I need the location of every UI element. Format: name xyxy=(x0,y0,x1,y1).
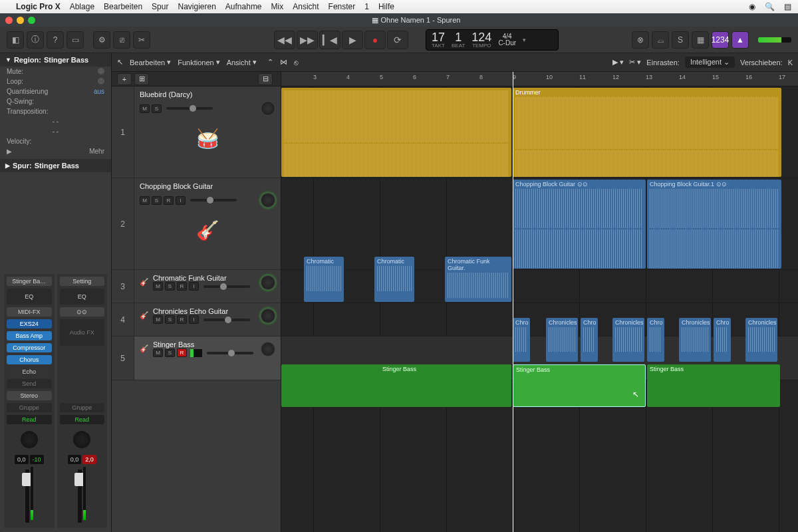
menu-aufnahme[interactable]: Aufnahme xyxy=(225,2,262,11)
volume-slider[interactable] xyxy=(207,352,253,354)
library-button[interactable]: ◧ xyxy=(7,31,24,49)
region-qswing-row[interactable]: Q-Swing: xyxy=(0,96,111,106)
region-mute-row[interactable]: Mute: xyxy=(0,66,111,76)
volume-slider[interactable] xyxy=(203,285,250,288)
pan-knob[interactable] xyxy=(261,309,275,323)
input-monitor-button[interactable]: I xyxy=(189,282,199,291)
strip-link[interactable]: ⊙⊙ xyxy=(60,307,105,317)
solo-button[interactable]: S xyxy=(152,196,162,205)
marquee-tool[interactable]: ✂ ▾ xyxy=(629,58,641,66)
region-chopping-1[interactable]: Chopping Block Guitar ⊙⊙ xyxy=(513,180,646,269)
track-inspector-header[interactable]: ▶Spur: Stinger Bass xyxy=(0,159,111,172)
editors-button[interactable]: ✂ xyxy=(133,31,150,49)
solo-button[interactable]: S xyxy=(152,104,162,113)
strip-automation-b[interactable]: Read xyxy=(60,415,105,424)
tuner-button[interactable]: ⌓ xyxy=(652,31,669,49)
region-chronicles-6[interactable]: Chronicles xyxy=(679,318,711,362)
strip-send[interactable]: Send xyxy=(7,379,52,388)
region-chronicles-3[interactable]: Chro xyxy=(581,318,598,362)
solo-button[interactable]: S xyxy=(165,348,175,357)
region-stinger-2[interactable]: Stinger Bass xyxy=(513,364,646,407)
region-more-row[interactable]: ▶Mehr xyxy=(0,146,111,156)
region-chronicles-8[interactable]: Chronicles xyxy=(745,318,777,362)
solo-button[interactable]: S xyxy=(672,31,689,49)
playhead[interactable] xyxy=(513,72,513,532)
menu-1[interactable]: 1 xyxy=(364,2,369,11)
region-stinger-3[interactable]: Stinger Bass xyxy=(647,364,780,407)
strip-pan-value[interactable]: 0,0 xyxy=(15,455,29,464)
lcd-key[interactable]: C-Dur xyxy=(498,40,516,47)
region-drummer-2[interactable]: Drummer xyxy=(513,88,781,177)
smart-controls-button[interactable]: ⚙ xyxy=(93,31,110,49)
strip-audiofx[interactable]: Audio FX xyxy=(60,319,105,346)
strip-fader-b[interactable] xyxy=(78,469,82,523)
track-name[interactable]: Chopping Block Guitar xyxy=(140,182,275,190)
track-header-3[interactable]: 3 🎸 Chromatic Funk Guitar M S R I xyxy=(112,270,281,303)
region-chromatic-3[interactable]: Chromatic Funk Guitar. xyxy=(445,257,511,302)
strip-fx-2[interactable]: Compressor xyxy=(7,343,52,352)
record-enable-button[interactable]: R xyxy=(177,315,187,324)
lcd-signature[interactable]: 4/4 xyxy=(503,33,512,40)
track-name[interactable]: Stinger Bass xyxy=(153,340,253,348)
track-header-2[interactable]: 2 Chopping Block Guitar M S R I 🎸 xyxy=(112,178,281,270)
zoom-button[interactable] xyxy=(28,17,35,24)
menu-navigieren[interactable]: Navigieren xyxy=(178,2,215,11)
app-menu[interactable]: Logic Pro X xyxy=(16,2,61,11)
minimize-button[interactable] xyxy=(17,17,24,24)
forward-button[interactable]: ▶▶ xyxy=(297,31,318,49)
input-monitor-button[interactable]: I xyxy=(176,196,186,205)
mute-button[interactable]: M xyxy=(153,282,163,291)
menu-hilfe[interactable]: Hilfe xyxy=(378,2,394,11)
pan-knob[interactable] xyxy=(261,101,275,116)
strip-group[interactable]: Gruppe xyxy=(7,403,52,412)
region-chronicles-2[interactable]: Chronicles xyxy=(546,318,578,362)
volume-slider[interactable] xyxy=(190,199,237,201)
tracks-view-menu[interactable]: Ansicht ▾ xyxy=(227,58,257,66)
strip-automation[interactable]: Read xyxy=(7,415,52,424)
strip-group-b[interactable]: Gruppe xyxy=(60,403,105,412)
strip-db-value-b[interactable]: 2,0 xyxy=(82,455,96,464)
region-velocity-row[interactable]: Velocity: xyxy=(0,136,111,146)
record-enable-button[interactable]: R xyxy=(164,196,174,205)
mute-button[interactable]: M xyxy=(140,196,150,205)
record-enable-button[interactable]: R xyxy=(177,348,187,357)
region-stinger-1[interactable]: Stinger Bass xyxy=(281,364,511,407)
catch-icon[interactable]: ⎋ xyxy=(294,59,299,66)
close-button[interactable] xyxy=(5,17,13,24)
solo-button[interactable]: S xyxy=(165,282,175,291)
pan-knob[interactable] xyxy=(261,342,275,356)
track-name[interactable]: Bluebird (Darcy) xyxy=(140,90,275,98)
strip-eq[interactable]: EQ xyxy=(7,289,52,305)
play-button[interactable]: ▶ xyxy=(342,31,363,49)
mute-button[interactable]: M xyxy=(153,315,163,324)
record-button[interactable]: ● xyxy=(364,31,386,49)
pan-knob[interactable] xyxy=(261,275,275,290)
region-chronicles-1[interactable]: Chro xyxy=(513,318,530,362)
rewind-button[interactable]: ◀◀ xyxy=(274,31,295,49)
menu-mix[interactable]: Mix xyxy=(271,2,284,11)
region-chronicles-4[interactable]: Chronicles xyxy=(612,318,644,362)
count-in-button[interactable]: ▦ xyxy=(692,31,709,49)
strip-pan-knob[interactable] xyxy=(19,430,39,450)
snap-select[interactable]: Intelligent ⌄ xyxy=(685,57,735,68)
arrow-tool-icon[interactable]: ↖ xyxy=(117,58,123,66)
region-loop-row[interactable]: Loop: xyxy=(0,76,111,86)
strip-fx-1[interactable]: Bass Amp xyxy=(7,331,52,340)
metronome-button[interactable]: ▲ xyxy=(732,31,749,49)
tracks-edit-menu[interactable]: Bearbeiten ▾ xyxy=(130,58,171,66)
strip-eq-b[interactable]: EQ xyxy=(60,289,105,305)
track-name[interactable]: Chronicles Echo Guitar xyxy=(153,307,250,315)
track-name[interactable]: Chromatic Funk Guitar xyxy=(153,274,250,282)
global-tracks-button[interactable]: ⊟ xyxy=(258,73,273,85)
region-chopping-2[interactable]: Chopping Block Guitar.1 ⊙⊙ xyxy=(647,180,781,269)
menu-ablage[interactable]: Ablage xyxy=(70,2,94,11)
input-monitor-button[interactable]: I xyxy=(189,315,199,324)
lcd-beat[interactable]: 1 xyxy=(455,31,462,43)
region-chromatic-1[interactable]: Chromatic xyxy=(304,257,344,302)
flex-icon[interactable]: ⋈ xyxy=(280,58,287,66)
strip-fader[interactable] xyxy=(25,469,29,523)
track-header-1[interactable]: 1 Bluebird (Darcy) M S 🥁 xyxy=(112,86,281,178)
solo-button[interactable]: S xyxy=(165,315,175,324)
region-quantize-row[interactable]: Quantisierungaus xyxy=(0,86,111,96)
pointer-tool[interactable]: ▶ ▾ xyxy=(612,58,624,66)
